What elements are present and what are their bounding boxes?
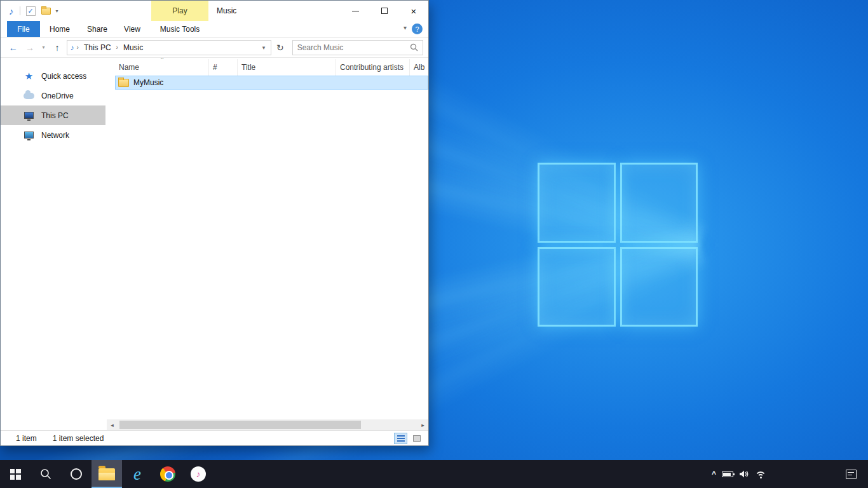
sidebar-item-label: OneDrive: [41, 92, 74, 100]
search-input[interactable]: [297, 43, 410, 52]
scrollbar-thumb[interactable]: [119, 421, 361, 429]
music-note-icon: ♪: [9, 6, 14, 16]
scrollbar-track[interactable]: [118, 419, 417, 430]
tab-music-tools[interactable]: Music Tools: [152, 21, 208, 37]
view-toggle-buttons: [394, 433, 423, 444]
windows-logo-icon: [10, 469, 21, 480]
new-folder-icon[interactable]: [41, 8, 51, 15]
thumbnail-view-button[interactable]: [410, 433, 423, 444]
column-headers: ^ Name # Title Contributing artists Alb: [115, 59, 428, 76]
chrome-icon: [160, 466, 175, 482]
navigation-pane: ★ Quick access OneDrive This PC Network: [1, 58, 105, 430]
action-center-button[interactable]: [837, 460, 864, 488]
close-icon: ×: [411, 6, 417, 16]
column-header-title[interactable]: Title: [238, 59, 336, 76]
sidebar-item-quick-access[interactable]: ★ Quick access: [1, 66, 105, 86]
search-icon: [39, 468, 52, 480]
cloud-icon: [24, 91, 34, 100]
tab-file[interactable]: File: [7, 21, 40, 37]
windows-logo-pane: [538, 163, 616, 243]
refresh-button[interactable]: ↻: [273, 43, 287, 53]
taskbar-itunes-button[interactable]: ♪: [183, 460, 214, 488]
details-view-button[interactable]: [394, 433, 407, 444]
forward-button[interactable]: →: [22, 43, 37, 53]
column-header-album[interactable]: Alb: [410, 59, 428, 76]
computer-icon: [24, 111, 34, 120]
maximize-button[interactable]: [370, 1, 399, 21]
folder-icon: [118, 79, 129, 87]
file-name: MyMusic: [133, 78, 163, 87]
tab-home[interactable]: Home: [45, 21, 74, 37]
sort-indicator-icon[interactable]: ^: [115, 58, 209, 62]
breadcrumb-separator: ›: [116, 44, 118, 51]
minimize-icon: [352, 11, 359, 11]
sidebar-item-onedrive[interactable]: OneDrive: [1, 86, 105, 105]
sidebar-item-this-pc[interactable]: This PC: [1, 105, 105, 125]
address-dropdown-icon[interactable]: ▾: [260, 44, 268, 51]
scroll-right-icon[interactable]: ▸: [417, 422, 428, 428]
customize-chevron-icon[interactable]: ▾: [56, 8, 58, 14]
explorer-body: ★ Quick access OneDrive This PC Network: [1, 58, 428, 430]
ribbon-tabs: File Home Share View Music Tools ▾ ?: [1, 21, 428, 37]
close-button[interactable]: ×: [399, 1, 428, 21]
action-center-icon: [846, 470, 857, 479]
address-bar-row: ← → ▾ ↑ ♪ › This PC › Music ▾ ↻: [1, 37, 428, 58]
breadcrumb-music[interactable]: Music: [119, 43, 147, 52]
start-button[interactable]: [0, 460, 31, 488]
file-rows: MyMusic: [115, 76, 428, 90]
windows-logo-pane: [620, 247, 698, 327]
hidden-icons-chevron-icon[interactable]: ^: [712, 470, 716, 478]
address-bar[interactable]: ♪ › This PC › Music ▾: [67, 40, 272, 55]
battery-icon[interactable]: [722, 471, 733, 477]
system-tray: ^: [712, 460, 766, 488]
column-header-contributing-artists[interactable]: Contributing artists: [336, 59, 410, 76]
breadcrumb-separator: ›: [77, 44, 79, 51]
windows-logo-pane: [620, 163, 698, 243]
network-icon[interactable]: [755, 470, 766, 478]
taskbar-search-button[interactable]: [31, 460, 61, 488]
column-header-number[interactable]: #: [209, 59, 238, 76]
window-controls: ×: [341, 1, 428, 21]
star-icon: ★: [24, 71, 34, 81]
back-button[interactable]: ←: [6, 43, 20, 53]
search-box[interactable]: [292, 40, 423, 55]
horizontal-scrollbar[interactable]: ◂ ▸: [107, 419, 428, 430]
cortana-button[interactable]: [61, 460, 92, 488]
item-count: 1 item: [16, 434, 37, 443]
tab-share[interactable]: Share: [81, 21, 114, 37]
cortana-icon: [71, 468, 82, 480]
properties-check-icon[interactable]: ✓: [26, 6, 36, 16]
file-row-mymusic[interactable]: MyMusic: [115, 76, 428, 90]
expand-ribbon-icon[interactable]: ▾: [403, 24, 407, 31]
title-bar[interactable]: ♪ ✓ ▾ Play Music ×: [1, 1, 428, 21]
help-button[interactable]: ?: [412, 24, 423, 34]
network-icon: [24, 130, 34, 140]
recent-locations-chevron[interactable]: ▾: [39, 44, 48, 50]
sidebar-item-label: This PC: [41, 111, 69, 120]
breadcrumb-this-pc[interactable]: This PC: [80, 43, 115, 52]
file-list-area: ^ Name # Title Contributing artists Alb …: [105, 58, 428, 430]
scroll-left-icon[interactable]: ◂: [107, 422, 118, 428]
taskbar-internet-explorer-button[interactable]: e: [122, 460, 153, 488]
file-explorer-window: ♪ ✓ ▾ Play Music × File Home Share View …: [0, 0, 429, 446]
window-title: Music: [217, 1, 236, 21]
selected-count: 1 item selected: [53, 434, 104, 443]
taskbar: e ♪ ^: [0, 460, 868, 488]
desktop: ♪ ✓ ▾ Play Music × File Home Share View …: [0, 0, 868, 488]
up-button[interactable]: ↑: [50, 43, 64, 53]
contextual-tab-play[interactable]: Play: [151, 1, 208, 21]
contextual-tab-label: Play: [172, 6, 187, 15]
volume-icon[interactable]: [739, 470, 749, 478]
file-explorer-icon: [98, 468, 115, 480]
taskbar-chrome-button[interactable]: [153, 460, 183, 488]
sidebar-item-network[interactable]: Network: [1, 125, 105, 145]
windows-logo-wallpaper: [538, 163, 698, 327]
tab-view[interactable]: View: [118, 21, 147, 37]
maximize-icon: [381, 8, 388, 14]
speaker-glyph: [739, 470, 749, 478]
music-note-icon: ♪: [71, 43, 74, 52]
taskbar-file-explorer-button[interactable]: [92, 460, 122, 488]
status-bar: 1 item 1 item selected: [1, 430, 428, 445]
minimize-button[interactable]: [341, 1, 370, 21]
internet-explorer-icon: e: [133, 466, 141, 483]
